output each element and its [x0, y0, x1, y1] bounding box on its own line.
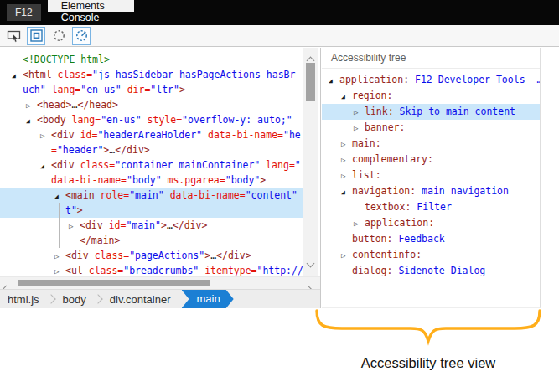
dom-tree-row[interactable]: ="header">…</div> [0, 142, 303, 157]
acc-tree-row[interactable]: ▷link: Skip to main content [322, 104, 540, 120]
collapsed-arrow-icon[interactable]: ▷ [341, 137, 352, 152]
annotation-brace [315, 309, 541, 353]
acc-tree-row[interactable]: button: Feedback [322, 231, 540, 247]
expanded-arrow-icon[interactable]: ◢ [341, 89, 352, 105]
collapsed-arrow-icon[interactable]: ▷ [354, 105, 365, 121]
horizontal-scrollbar[interactable] [0, 276, 321, 289]
acc-tree-row[interactable]: ▷contentinfo: [322, 247, 540, 263]
f12-badge: F12 [7, 4, 41, 21]
dom-tree-row[interactable]: ◢<body lang="en-us" style="overflow-y: a… [0, 112, 303, 127]
breadcrumb: html.jsbodydiv.containermain [0, 289, 321, 308]
indent-guide-line [59, 203, 60, 248]
expanded-arrow-icon[interactable]: ◢ [26, 114, 37, 129]
expanded-arrow-icon[interactable]: ◢ [329, 73, 339, 89]
collapsed-arrow-icon[interactable]: ▷ [54, 249, 65, 264]
dom-tree-row[interactable]: ▷<div id="headerAreaHolder" data-bi-name… [0, 127, 303, 142]
breadcrumb-item-html-js[interactable]: html.js [0, 293, 47, 306]
acc-tree-row[interactable]: ▷complementary: [322, 152, 540, 168]
annotation-label: Accessibility tree view [315, 355, 541, 371]
acc-tree-row[interactable]: textbox: Filter [322, 199, 540, 215]
accessibility-panel-title: Accessibility tree [322, 48, 540, 69]
acc-tree-row[interactable]: ◢application: F12 Developer Tools -… [322, 72, 540, 88]
curly-brace-icon [315, 309, 541, 353]
dom-tree-row[interactable]: </main> [0, 233, 303, 248]
scroll-down-arrow[interactable] [308, 255, 313, 270]
collapsed-arrow-icon[interactable]: ▷ [354, 121, 365, 137]
acc-tree-row[interactable]: ▷banner: [322, 120, 540, 136]
devtools-window: F12 ElementsConsoleDebuggerNetworkPerfor… [0, 0, 559, 392]
acc-tree-row[interactable]: ▷application: [322, 215, 540, 231]
breadcrumb-item-div-container[interactable]: div.container [102, 293, 179, 306]
dom-tree-row[interactable]: uch" lang="en-us" dir="ltr"> [0, 82, 303, 97]
acc-tree-row[interactable]: ◢navigation: main navigation [322, 183, 540, 199]
collapsed-arrow-icon[interactable]: ▷ [341, 168, 352, 184]
collapsed-arrow-icon[interactable]: ▷ [69, 219, 80, 234]
dom-refresh-timer-icon [75, 29, 88, 42]
dom-tree-row[interactable]: ◢<html class="js hasSidebar hasPageActio… [0, 67, 303, 82]
dom-refresh-timer-button[interactable] [72, 27, 91, 45]
dom-tree-row[interactable]: data-bi-name="body" ms.pgarea="body"> [0, 173, 303, 188]
dom-tree-row[interactable]: ◢<main role="main" data-bi-name="content… [0, 188, 303, 203]
dom-tree-row[interactable]: <!DOCTYPE html> [0, 52, 303, 67]
dom-tree-row[interactable]: ▷<ul class="breadcrumbs" itemtype="http:… [0, 263, 303, 276]
expanded-arrow-icon[interactable]: ◢ [341, 184, 352, 200]
dotted-circle-icon [53, 29, 65, 42]
collapsed-arrow-icon[interactable]: ▷ [54, 264, 65, 276]
tab-bar: F12 ElementsConsoleDebuggerNetworkPerfor… [0, 0, 559, 25]
dotted-circle-button[interactable] [49, 27, 68, 45]
breadcrumb-separator-icon [93, 294, 102, 303]
collapsed-arrow-icon[interactable]: ▷ [26, 98, 37, 113]
highlight-elements-button[interactable] [27, 27, 45, 45]
acc-tree-row[interactable]: dialog: Sidenote Dialog [322, 263, 540, 279]
tab-console[interactable]: Console [48, 12, 135, 23]
tab-elements[interactable]: Elements [48, 0, 135, 12]
accessibility-tree-panel: Accessibility tree ◢application: F12 Dev… [322, 48, 541, 308]
collapsed-arrow-icon[interactable]: ▷ [341, 152, 352, 168]
collapsed-arrow-icon[interactable]: ▷ [354, 216, 365, 232]
dom-tree-row[interactable]: t"> [0, 203, 303, 218]
collapsed-arrow-icon[interactable]: ▷ [341, 248, 352, 264]
dom-tree-row[interactable]: ◢<div class="container mainContainer" la… [0, 157, 303, 173]
dom-tree-panel: <!DOCTYPE html>◢<html class="js hasSideb… [0, 48, 321, 308]
dom-tree-row[interactable]: ▷<div class="pageActions">…</div> [0, 248, 303, 263]
vertical-scroll-thumb[interactable] [306, 63, 315, 101]
accessibility-tree: ◢application: F12 Developer Tools -…◢reg… [322, 69, 540, 279]
select-element-icon [7, 28, 21, 43]
dom-tree: <!DOCTYPE html>◢<html class="js hasSideb… [0, 48, 303, 276]
highlight-elements-icon [30, 29, 43, 42]
breadcrumb-separator-icon [46, 294, 55, 303]
acc-tree-row[interactable]: ▷list: [322, 168, 540, 183]
select-element-button[interactable] [4, 27, 23, 45]
collapsed-arrow-icon[interactable]: ▷ [40, 128, 51, 143]
vertical-scrollbar[interactable] [303, 48, 318, 276]
acc-tree-row[interactable]: ◢region: [322, 88, 540, 104]
elements-toolbar [0, 25, 559, 47]
acc-tree-row[interactable]: ▷main: [322, 136, 540, 152]
dom-tree-row[interactable]: ▷<head>…</head> [0, 97, 303, 112]
horizontal-scroll-thumb[interactable] [18, 280, 210, 286]
dom-tree-row[interactable]: ▷<div id="main">…</div> [0, 218, 303, 233]
breadcrumb-item-body[interactable]: body [55, 293, 94, 306]
breadcrumb-item-main[interactable]: main [182, 290, 234, 308]
